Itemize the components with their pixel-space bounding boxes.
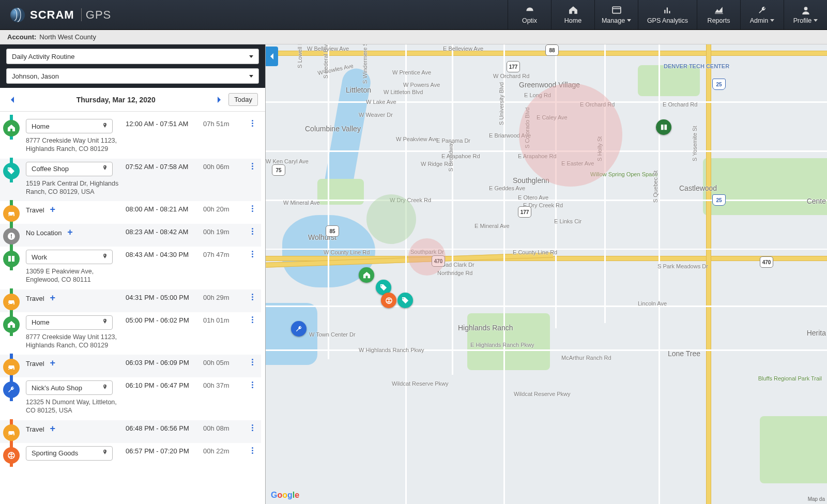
- pin-icon: [102, 318, 108, 327]
- map-label: Herita: [807, 329, 826, 337]
- activity-duration: 01h 01m: [203, 314, 247, 324]
- activity-chip[interactable]: Home: [26, 315, 113, 330]
- map-label: Highlands Ranch: [458, 324, 513, 332]
- activity-time: 06:10 PM - 06:47 PM: [126, 379, 203, 389]
- home-icon: [569, 6, 578, 15]
- activity-menu-button[interactable]: [247, 314, 258, 323]
- activity-icon: [3, 424, 20, 441]
- activity-icon: [3, 228, 20, 245]
- activity-row[interactable]: Coffee Shop1519 Park Central Dr, Highlan…: [0, 159, 261, 202]
- map[interactable]: Littleton Columbine Valley Wolhurst Gree…: [266, 44, 827, 504]
- brand-logo-icon: [9, 7, 26, 23]
- map-pin[interactable]: [656, 119, 671, 135]
- today-button[interactable]: Today: [228, 93, 258, 106]
- activity-address: 8777 Creekside Way Unit 1123, Highlands …: [26, 136, 124, 154]
- activity-icon: [3, 294, 20, 310]
- activity-address: 12325 N Dumont Way, Littleton, CO 80125,…: [26, 398, 124, 415]
- activity-time: 06:48 PM - 06:56 PM: [126, 422, 203, 432]
- nav-gps-analytics[interactable]: GPS Analytics: [638, 0, 697, 29]
- route-shield: 25: [712, 194, 726, 206]
- timeline[interactable]: Home8777 Creekside Way Unit 1123, Highla…: [0, 112, 265, 504]
- date-prev-button[interactable]: [7, 95, 18, 105]
- client-select[interactable]: Johnson, Jason: [6, 68, 259, 84]
- activity-time: 04:31 PM - 05:00 PM: [126, 292, 203, 301]
- map-pin[interactable]: [397, 293, 413, 308]
- map-pin[interactable]: [381, 293, 396, 308]
- pin-icon: [102, 164, 108, 173]
- activity-address: 8777 Creekside Way Unit 1123, Highlands …: [26, 333, 124, 350]
- tool-icon: [758, 6, 767, 15]
- nav-home[interactable]: Home: [551, 0, 594, 29]
- add-button[interactable]: +: [65, 227, 75, 238]
- activity-menu-button[interactable]: [247, 357, 258, 365]
- map-attribution: Map da: [808, 496, 825, 502]
- gauge-icon: [525, 6, 534, 15]
- map-pin[interactable]: [291, 321, 307, 337]
- brand-title: SCRAM GPS: [30, 8, 111, 22]
- activity-label: Travel: [26, 358, 44, 368]
- svg-point-3: [10, 8, 25, 22]
- activity-chip[interactable]: Home: [26, 119, 113, 133]
- activity-chip[interactable]: Coffee Shop: [26, 162, 113, 176]
- activity-menu-button[interactable]: [247, 161, 258, 170]
- activity-duration: 00h 37m: [203, 379, 247, 389]
- map-zone: [519, 83, 622, 187]
- activity-row[interactable]: Work13059 E Peakview Ave, Englewood, CO …: [0, 247, 261, 289]
- activity-row[interactable]: Home8777 Creekside Way Unit 1123, Highla…: [0, 312, 261, 355]
- pin-icon: [102, 253, 108, 262]
- activity-icon: [3, 205, 20, 222]
- activity-label: Travel: [26, 204, 44, 214]
- activity-menu-button[interactable]: [247, 203, 258, 212]
- activity-time: 08:23 AM - 08:42 AM: [126, 226, 203, 236]
- activity-menu-button[interactable]: [247, 422, 258, 431]
- add-button[interactable]: +: [48, 204, 58, 215]
- chevron-down-icon: [627, 19, 631, 22]
- route-shield: 85: [326, 225, 339, 237]
- activity-row[interactable]: No Location+ 08:23 AM - 08:42 AM 00h 19m: [0, 224, 261, 247]
- activity-duration: 00h 19m: [203, 226, 247, 236]
- nav-optix[interactable]: Optix: [508, 0, 551, 29]
- activity-time: 07:52 AM - 07:58 AM: [126, 161, 203, 171]
- activity-address: 1519 Park Central Dr, Highlands Ranch, C…: [26, 179, 124, 196]
- activity-row[interactable]: Travel+ 06:48 PM - 06:56 PM 00h 08m: [0, 420, 261, 443]
- activity-duration: 07h 51m: [203, 118, 247, 128]
- top-nav: SCRAM GPS Optix Home Manage GPS Analytic…: [0, 0, 827, 30]
- activity-label: Travel: [26, 423, 44, 433]
- date-label: Thursday, Mar 12, 2020: [22, 96, 210, 104]
- brand: SCRAM GPS: [0, 0, 120, 29]
- map-pin[interactable]: [359, 267, 374, 283]
- activity-row[interactable]: Travel+ 08:00 AM - 08:21 AM 00h 20m: [0, 201, 261, 224]
- nav-admin[interactable]: Admin: [740, 0, 784, 29]
- activity-menu-button[interactable]: [247, 118, 258, 127]
- routine-select[interactable]: Daily Activity Routine: [6, 49, 259, 64]
- activity-chip[interactable]: Nick's Auto Shop: [26, 380, 113, 395]
- activity-time: 05:00 PM - 06:02 PM: [126, 314, 203, 324]
- map-label: Bluffs Regional Park Trail: [758, 375, 822, 381]
- add-button[interactable]: +: [48, 293, 58, 303]
- activity-chip[interactable]: Sporting Goods: [26, 446, 113, 461]
- sidebar-collapse-button[interactable]: [266, 47, 278, 66]
- date-next-button[interactable]: [214, 95, 224, 105]
- add-button[interactable]: +: [48, 358, 58, 369]
- add-button[interactable]: +: [48, 423, 58, 434]
- activity-chip[interactable]: Work: [26, 250, 113, 264]
- activity-row[interactable]: Home8777 Creekside Way Unit 1123, Highla…: [0, 116, 261, 159]
- nav-profile[interactable]: Profile: [784, 0, 827, 29]
- activity-menu-button[interactable]: [247, 379, 258, 388]
- activity-menu-button[interactable]: [247, 292, 258, 300]
- activity-menu-button[interactable]: [247, 249, 258, 257]
- activity-row[interactable]: Travel+ 06:03 PM - 06:09 PM 00h 05m: [0, 355, 261, 377]
- activity-row[interactable]: Travel+ 04:31 PM - 05:00 PM 00h 29m: [0, 289, 261, 312]
- route-shield: 75: [272, 164, 285, 176]
- activity-row[interactable]: Nick's Auto Shop12325 N Dumont Way, Litt…: [0, 377, 261, 420]
- map-label: Cente: [807, 197, 826, 205]
- activity-menu-button[interactable]: [247, 226, 258, 235]
- activity-duration: 07h 47m: [203, 249, 247, 258]
- nav-manage[interactable]: Manage: [594, 0, 638, 29]
- activity-menu-button[interactable]: [247, 445, 258, 454]
- activity-row[interactable]: Sporting Goods 06:57 PM - 07:20 PM 00h 2…: [0, 443, 261, 466]
- activity-time: 06:57 PM - 07:20 PM: [126, 445, 203, 455]
- map-label: Littleton: [346, 86, 371, 94]
- nav-reports[interactable]: Reports: [697, 0, 740, 29]
- map-zone: [408, 238, 446, 276]
